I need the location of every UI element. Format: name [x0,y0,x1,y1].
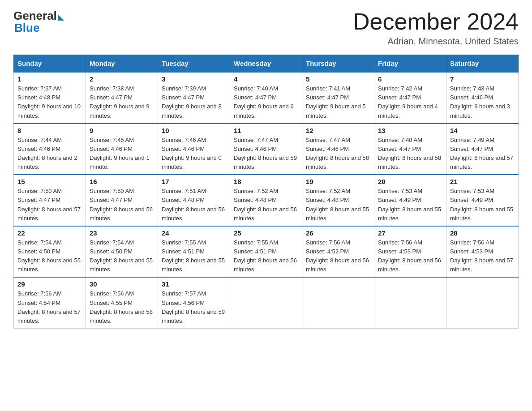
day-info: Sunrise: 7:56 AMSunset: 4:53 PMDaylight:… [450,238,515,274]
day-info: Sunrise: 7:50 AMSunset: 4:47 PMDaylight:… [90,187,154,223]
calendar-cell: 1Sunrise: 7:37 AMSunset: 4:48 PMDaylight… [14,72,86,124]
calendar-cell: 10Sunrise: 7:46 AMSunset: 4:46 PMDayligh… [158,124,230,175]
day-info: Sunrise: 7:54 AMSunset: 4:50 PMDaylight:… [17,238,82,274]
day-number: 14 [450,127,515,134]
day-number: 1 [17,75,82,83]
day-number: 30 [90,280,154,288]
calendar-header-saturday: Saturday [446,55,519,73]
calendar-cell: 16Sunrise: 7:50 AMSunset: 4:47 PMDayligh… [86,175,158,226]
day-number: 18 [234,178,298,185]
day-info: Sunrise: 7:56 AMSunset: 4:54 PMDaylight:… [17,289,82,325]
day-number: 21 [450,178,515,185]
day-number: 22 [17,229,82,237]
calendar-cell: 17Sunrise: 7:51 AMSunset: 4:48 PMDayligh… [158,175,230,226]
calendar-cell: 27Sunrise: 7:56 AMSunset: 4:53 PMDayligh… [374,226,446,278]
logo-blue-text: Blue [14,21,39,35]
day-number: 25 [234,229,298,237]
day-info: Sunrise: 7:48 AMSunset: 4:47 PMDaylight:… [378,136,442,172]
day-info: Sunrise: 7:57 AMSunset: 4:56 PMDaylight:… [162,289,226,325]
calendar-cell: 29Sunrise: 7:56 AMSunset: 4:54 PMDayligh… [14,277,86,328]
calendar-cell: 23Sunrise: 7:54 AMSunset: 4:50 PMDayligh… [86,226,158,278]
day-number: 15 [17,178,82,185]
day-number: 2 [90,75,154,83]
calendar-cell [230,277,302,328]
day-number: 7 [450,75,515,83]
day-info: Sunrise: 7:54 AMSunset: 4:50 PMDaylight:… [90,238,154,274]
day-number: 12 [306,127,370,134]
day-info: Sunrise: 7:47 AMSunset: 4:46 PMDaylight:… [306,136,370,172]
day-info: Sunrise: 7:47 AMSunset: 4:46 PMDaylight:… [234,136,298,172]
day-number: 19 [306,178,370,185]
day-info: Sunrise: 7:46 AMSunset: 4:46 PMDaylight:… [162,136,226,172]
calendar-cell: 7Sunrise: 7:43 AMSunset: 4:46 PMDaylight… [446,72,519,124]
day-info: Sunrise: 7:52 AMSunset: 4:48 PMDaylight:… [234,187,298,223]
day-info: Sunrise: 7:56 AMSunset: 4:53 PMDaylight:… [378,238,442,274]
day-info: Sunrise: 7:39 AMSunset: 4:47 PMDaylight:… [162,84,226,120]
day-info: Sunrise: 7:55 AMSunset: 4:51 PMDaylight:… [162,238,226,274]
calendar-header-monday: Monday [86,55,158,73]
day-info: Sunrise: 7:43 AMSunset: 4:46 PMDaylight:… [450,84,515,120]
calendar-header-sunday: Sunday [14,55,86,73]
calendar-cell: 31Sunrise: 7:57 AMSunset: 4:56 PMDayligh… [158,277,230,328]
day-info: Sunrise: 7:56 AMSunset: 4:52 PMDaylight:… [306,238,370,274]
day-number: 16 [90,178,154,185]
calendar-header-friday: Friday [374,55,446,73]
location-text: Adrian, Minnesota, United States [353,36,519,47]
day-number: 6 [378,75,442,83]
calendar-week-row: 15Sunrise: 7:50 AMSunset: 4:47 PMDayligh… [14,175,519,226]
calendar-cell: 18Sunrise: 7:52 AMSunset: 4:48 PMDayligh… [230,175,302,226]
logo-arrow-icon [58,14,64,21]
page-header: General Blue December 2024 Adrian, Minne… [13,9,519,47]
calendar-cell: 9Sunrise: 7:45 AMSunset: 4:46 PMDaylight… [86,124,158,175]
calendar-cell: 25Sunrise: 7:55 AMSunset: 4:51 PMDayligh… [230,226,302,278]
day-number: 24 [162,229,226,237]
calendar-cell: 22Sunrise: 7:54 AMSunset: 4:50 PMDayligh… [14,226,86,278]
day-info: Sunrise: 7:38 AMSunset: 4:47 PMDaylight:… [90,84,154,120]
day-info: Sunrise: 7:37 AMSunset: 4:48 PMDaylight:… [17,84,82,120]
calendar-cell: 24Sunrise: 7:55 AMSunset: 4:51 PMDayligh… [158,226,230,278]
calendar-week-row: 8Sunrise: 7:44 AMSunset: 4:46 PMDaylight… [14,124,519,175]
day-info: Sunrise: 7:41 AMSunset: 4:47 PMDaylight:… [306,84,370,120]
day-number: 11 [234,127,298,134]
calendar-cell: 3Sunrise: 7:39 AMSunset: 4:47 PMDaylight… [158,72,230,124]
calendar-cell: 28Sunrise: 7:56 AMSunset: 4:53 PMDayligh… [446,226,519,278]
day-number: 3 [162,75,226,83]
day-info: Sunrise: 7:53 AMSunset: 4:49 PMDaylight:… [378,187,442,223]
calendar-cell: 12Sunrise: 7:47 AMSunset: 4:46 PMDayligh… [302,124,374,175]
calendar-week-row: 22Sunrise: 7:54 AMSunset: 4:50 PMDayligh… [14,226,519,278]
calendar-cell: 15Sunrise: 7:50 AMSunset: 4:47 PMDayligh… [14,175,86,226]
day-number: 5 [306,75,370,83]
day-info: Sunrise: 7:51 AMSunset: 4:48 PMDaylight:… [162,187,226,223]
calendar-header-wednesday: Wednesday [230,55,302,73]
day-info: Sunrise: 7:50 AMSunset: 4:47 PMDaylight:… [17,187,82,223]
calendar-cell: 19Sunrise: 7:52 AMSunset: 4:48 PMDayligh… [302,175,374,226]
day-number: 17 [162,178,226,185]
calendar-cell: 30Sunrise: 7:56 AMSunset: 4:55 PMDayligh… [86,277,158,328]
calendar-cell: 2Sunrise: 7:38 AMSunset: 4:47 PMDaylight… [86,72,158,124]
day-number: 13 [378,127,442,134]
calendar-cell [302,277,374,328]
day-number: 20 [378,178,442,185]
calendar-week-row: 1Sunrise: 7:37 AMSunset: 4:48 PMDaylight… [14,72,519,124]
calendar-cell: 6Sunrise: 7:42 AMSunset: 4:47 PMDaylight… [374,72,446,124]
day-info: Sunrise: 7:45 AMSunset: 4:46 PMDaylight:… [90,136,154,172]
day-number: 8 [17,127,82,134]
day-info: Sunrise: 7:55 AMSunset: 4:51 PMDaylight:… [234,238,298,274]
day-number: 23 [90,229,154,237]
day-info: Sunrise: 7:49 AMSunset: 4:47 PMDaylight:… [450,136,515,172]
day-info: Sunrise: 7:40 AMSunset: 4:47 PMDaylight:… [234,84,298,120]
calendar-cell: 4Sunrise: 7:40 AMSunset: 4:47 PMDaylight… [230,72,302,124]
day-info: Sunrise: 7:53 AMSunset: 4:49 PMDaylight:… [450,187,515,223]
day-info: Sunrise: 7:56 AMSunset: 4:55 PMDaylight:… [90,289,154,325]
month-title: December 2024 [353,9,519,34]
calendar-header-tuesday: Tuesday [158,55,230,73]
day-number: 31 [162,280,226,288]
calendar-cell: 5Sunrise: 7:41 AMSunset: 4:47 PMDaylight… [302,72,374,124]
day-number: 4 [234,75,298,83]
calendar-week-row: 29Sunrise: 7:56 AMSunset: 4:54 PMDayligh… [14,277,519,328]
day-info: Sunrise: 7:44 AMSunset: 4:46 PMDaylight:… [17,136,82,172]
calendar-table: SundayMondayTuesdayWednesdayThursdayFrid… [13,55,519,329]
day-info: Sunrise: 7:42 AMSunset: 4:47 PMDaylight:… [378,84,442,120]
calendar-cell: 26Sunrise: 7:56 AMSunset: 4:52 PMDayligh… [302,226,374,278]
day-info: Sunrise: 7:52 AMSunset: 4:48 PMDaylight:… [306,187,370,223]
